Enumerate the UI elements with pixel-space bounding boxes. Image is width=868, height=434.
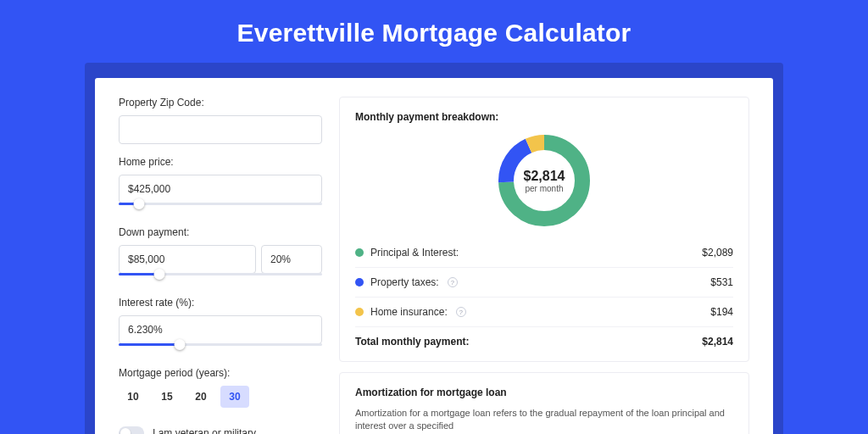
down-payment-slider[interactable]: [119, 273, 322, 285]
donut-center: $2,814 per month: [524, 169, 565, 193]
slider-thumb[interactable]: [134, 198, 145, 209]
interest-rate-group: Interest rate (%):: [119, 297, 322, 355]
backdrop-band: Property Zip Code: Home price: Down paym…: [85, 63, 783, 434]
period-tabs: 10152030: [119, 386, 322, 408]
interest-rate-slider[interactable]: [119, 343, 322, 355]
donut-amount: $2,814: [524, 169, 565, 184]
legend-dot: [355, 248, 364, 257]
legend-value: $531: [710, 276, 733, 288]
donut-chart-wrap: $2,814 per month: [355, 125, 733, 238]
veteran-label: I am veteran or military: [153, 427, 256, 434]
legend: Principal & Interest:$2,089Property taxe…: [355, 238, 733, 326]
help-icon[interactable]: ?: [448, 277, 458, 287]
legend-label: Principal & Interest:: [370, 247, 459, 259]
legend-row: Principal & Interest:$2,089: [355, 238, 733, 267]
home-price-slider[interactable]: [119, 203, 322, 214]
calculator-card: Property Zip Code: Home price: Down paym…: [95, 78, 773, 434]
page-title: Everettville Mortgage Calculator: [0, 0, 868, 63]
legend-label: Property taxes:: [370, 276, 439, 288]
legend-label: Home insurance:: [370, 306, 448, 318]
period-tab-10[interactable]: 10: [119, 386, 147, 408]
legend-value: $2,089: [702, 247, 733, 259]
donut-sub: per month: [524, 184, 565, 193]
home-price-group: Home price:: [119, 156, 322, 214]
inputs-column: Property Zip Code: Home price: Down paym…: [119, 97, 322, 434]
amortization-body: Amortization for a mortgage loan refers …: [355, 407, 733, 433]
veteran-toggle[interactable]: [119, 426, 144, 434]
legend-value: $194: [710, 306, 733, 318]
toggle-knob: [120, 428, 131, 434]
period-tab-15[interactable]: 15: [153, 386, 181, 408]
slider-fill: [119, 343, 180, 346]
zip-group: Property Zip Code:: [119, 97, 322, 144]
home-price-input[interactable]: [119, 175, 322, 203]
breakdown-title: Monthly payment breakdown:: [355, 111, 733, 123]
amortization-title: Amortization for mortgage loan: [355, 387, 733, 398]
interest-rate-label: Interest rate (%):: [119, 297, 322, 309]
results-column: Monthly payment breakdown: $2,814 per mo…: [339, 97, 749, 434]
veteran-row: I am veteran or military: [119, 426, 322, 434]
slider-thumb[interactable]: [175, 339, 186, 350]
donut-chart: $2,814 per month: [493, 130, 595, 231]
help-icon[interactable]: ?: [456, 307, 466, 317]
zip-label: Property Zip Code:: [119, 97, 322, 108]
down-payment-input[interactable]: [119, 245, 256, 274]
slider-track: [119, 203, 322, 205]
legend-dot: [355, 308, 364, 316]
amortization-panel: Amortization for mortgage loan Amortizat…: [339, 372, 749, 434]
legend-row: Home insurance:?$194: [355, 297, 733, 326]
total-row: Total monthly payment: $2,814: [355, 326, 733, 348]
legend-row: Property taxes:?$531: [355, 267, 733, 297]
interest-rate-input[interactable]: [119, 315, 322, 344]
down-payment-label: Down payment:: [119, 226, 322, 238]
period-label: Mortgage period (years):: [119, 367, 322, 379]
home-price-label: Home price:: [119, 156, 322, 168]
period-tab-20[interactable]: 20: [186, 386, 215, 408]
total-value: $2,814: [702, 336, 733, 348]
breakdown-panel: Monthly payment breakdown: $2,814 per mo…: [339, 97, 749, 362]
down-payment-group: Down payment:: [119, 226, 322, 285]
slider-thumb[interactable]: [154, 269, 165, 280]
total-label: Total monthly payment:: [355, 336, 469, 348]
period-tab-30[interactable]: 30: [220, 386, 249, 408]
legend-dot: [355, 278, 364, 287]
down-payment-pct-input[interactable]: [261, 245, 322, 274]
period-group: Mortgage period (years): 10152030: [119, 367, 322, 408]
zip-input[interactable]: [119, 115, 322, 144]
